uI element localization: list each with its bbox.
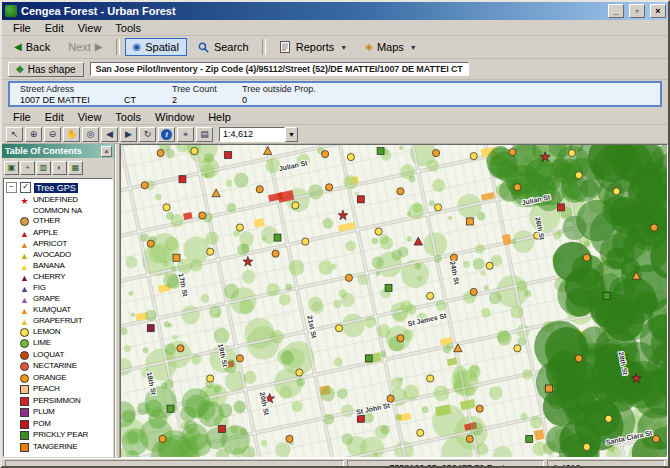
layers-icon[interactable]: ▤: [196, 127, 213, 142]
tree-marker[interactable]: [225, 152, 232, 159]
back-button[interactable]: ◀ Back: [6, 38, 58, 56]
has-shape-button[interactable]: ◆ Has shape: [8, 62, 84, 77]
tree-marker[interactable]: [583, 254, 590, 261]
tree-marker[interactable]: [173, 254, 180, 261]
zoom-next-icon[interactable]: ▶: [120, 127, 137, 142]
zoom-out-icon[interactable]: ⊖: [44, 127, 61, 142]
tree-marker[interactable]: [141, 182, 148, 189]
tree-marker[interactable]: [236, 224, 243, 231]
tree-marker[interactable]: [605, 415, 612, 422]
tree-marker[interactable]: [385, 284, 392, 291]
tree-marker[interactable]: [335, 325, 342, 332]
tree-marker[interactable]: [157, 149, 164, 156]
legend-item[interactable]: ▲GRAPEFRUIT: [20, 316, 112, 327]
tree-marker[interactable]: [147, 325, 154, 332]
tree-marker[interactable]: [274, 234, 281, 241]
tree-marker[interactable]: [365, 355, 372, 362]
tree-marker[interactable]: [191, 147, 198, 154]
legend-item[interactable]: ▲BANANA: [20, 261, 112, 272]
layer-row-tree-gps[interactable]: − ✓ Tree GPS: [6, 181, 112, 194]
add-layer-icon[interactable]: ▣: [4, 161, 19, 175]
tree-marker[interactable]: [397, 188, 404, 195]
tree-marker[interactable]: [179, 176, 186, 183]
full-extent-icon[interactable]: ◎: [82, 127, 99, 142]
menu-item-file[interactable]: File: [6, 21, 38, 35]
refresh-icon[interactable]: ↻: [139, 127, 156, 142]
menu-item-tools[interactable]: Tools: [108, 21, 148, 35]
tree-marker[interactable]: [345, 274, 352, 281]
tree-marker[interactable]: [302, 238, 309, 245]
legend-item[interactable]: ▲AVOCADO: [20, 250, 112, 261]
menu-item-view[interactable]: View: [71, 21, 109, 35]
tree-marker[interactable]: [653, 435, 660, 442]
tree-marker[interactable]: [651, 224, 658, 231]
menu-item-file[interactable]: File: [6, 110, 38, 124]
tree-marker[interactable]: [509, 148, 516, 155]
breadcrumb[interactable]: San Jose Pilot/Inventory - Zip Code (4)/…: [90, 62, 469, 76]
pan-tool-icon[interactable]: ✋: [63, 127, 80, 142]
legend-item[interactable]: ▲CHERRY: [20, 272, 112, 283]
legend-item[interactable]: ▲APPLE: [20, 228, 112, 239]
tree-marker[interactable]: [347, 153, 354, 160]
minimize-button[interactable]: _: [608, 4, 624, 18]
legend-item[interactable]: ORANGE: [20, 373, 112, 385]
menu-item-edit[interactable]: Edit: [38, 110, 71, 124]
tree-marker[interactable]: [575, 355, 582, 362]
menu-item-window[interactable]: Window: [148, 110, 201, 124]
tree-marker[interactable]: [568, 149, 575, 156]
tree-marker[interactable]: [207, 248, 214, 255]
layer-checkbox[interactable]: ✓: [20, 182, 31, 193]
menu-item-edit[interactable]: Edit: [38, 21, 71, 35]
tree-marker[interactable]: [147, 240, 154, 247]
tree-marker[interactable]: [357, 196, 364, 203]
tree-marker[interactable]: [377, 148, 384, 155]
tree-marker[interactable]: [575, 172, 582, 179]
tree-marker[interactable]: [236, 355, 243, 362]
tree-marker[interactable]: [427, 292, 434, 299]
reports-button[interactable]: Reports ▼: [271, 38, 355, 57]
menu-item-help[interactable]: Help: [201, 110, 238, 124]
tree-marker[interactable]: [326, 184, 333, 191]
tree-marker[interactable]: [357, 415, 364, 422]
legend-item[interactable]: PERSIMMON: [20, 396, 112, 408]
tree-marker[interactable]: [470, 288, 477, 295]
legend-item[interactable]: PLUM: [20, 407, 112, 419]
tree-marker[interactable]: [546, 385, 553, 392]
tree-marker[interactable]: [292, 202, 299, 209]
tree-marker[interactable]: [167, 405, 174, 412]
tree-marker[interactable]: [199, 212, 206, 219]
tree-marker[interactable]: [296, 369, 303, 376]
tree-marker[interactable]: [466, 435, 473, 442]
tree-marker[interactable]: [207, 375, 214, 382]
legend-item[interactable]: ▲KUMQUAT: [20, 305, 112, 316]
legend-item[interactable]: TANGERINE: [20, 442, 112, 454]
tree-marker[interactable]: [558, 204, 565, 211]
tree-marker[interactable]: [286, 435, 293, 442]
layer-label[interactable]: Tree GPS: [34, 183, 78, 193]
layer-order-icon[interactable]: ▥: [36, 161, 51, 175]
tree-marker[interactable]: [256, 186, 263, 193]
scale-dropdown-icon[interactable]: ▼: [285, 127, 298, 142]
tree-marker[interactable]: [397, 335, 404, 342]
tree-marker[interactable]: [219, 425, 226, 432]
tree-marker[interactable]: [514, 345, 521, 352]
legend-item[interactable]: ★UNDEFINED COMMON NA: [20, 195, 112, 216]
tree-expand-icon[interactable]: −: [6, 182, 17, 193]
legend-item[interactable]: OTHER: [20, 216, 112, 228]
zoom-previous-icon[interactable]: ◀: [101, 127, 118, 142]
tree-marker[interactable]: [159, 435, 166, 442]
scale-input[interactable]: 1:4,612: [219, 127, 285, 142]
toc-close-icon[interactable]: ×: [101, 146, 112, 157]
select-tool-icon[interactable]: ↖: [6, 127, 23, 142]
identify-icon[interactable]: i: [158, 127, 175, 142]
legend-item[interactable]: LEMON: [20, 327, 112, 339]
legend-item[interactable]: ▲FIG: [20, 283, 112, 294]
maps-button[interactable]: ◈ Maps ▼: [357, 38, 425, 56]
tree-marker[interactable]: [435, 204, 442, 211]
legend-item[interactable]: LIME: [20, 338, 112, 350]
tree-marker[interactable]: [476, 405, 483, 412]
legend-item[interactable]: PRICKLY PEAR: [20, 430, 112, 442]
legend-item[interactable]: ▲GRAPE: [20, 294, 112, 305]
add-data-icon[interactable]: +: [20, 161, 35, 175]
legend-item[interactable]: ▲APRICOT: [20, 239, 112, 250]
